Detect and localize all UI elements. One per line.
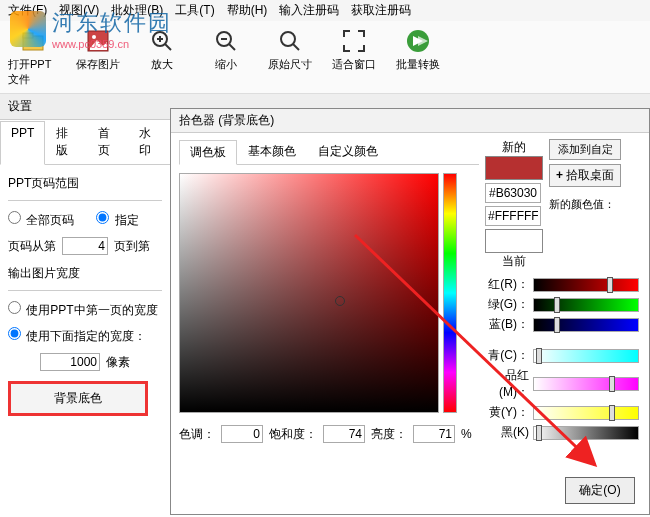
svg-point-11	[281, 32, 295, 46]
new-color-swatch	[485, 156, 543, 180]
add-to-custom-button[interactable]: 添加到自定	[549, 139, 621, 160]
watermark-text: 河东软件园	[52, 8, 172, 38]
width-unit: 像素	[106, 354, 130, 371]
black-label: 黑(K)	[485, 424, 529, 441]
watermark: 河东软件园 www.pc0359.cn	[10, 8, 172, 50]
yellow-label: 黄(Y)：	[485, 404, 529, 421]
color-gradient[interactable]	[179, 173, 439, 413]
watermark-logo-icon	[10, 11, 46, 47]
menu-help[interactable]: 帮助(H)	[227, 2, 268, 19]
hex-current-input[interactable]	[485, 206, 541, 226]
svg-line-12	[293, 44, 299, 50]
pick-screen-button[interactable]: + 拾取桌面	[549, 164, 621, 187]
cyan-slider[interactable]	[533, 349, 639, 363]
fit-window-icon	[340, 27, 368, 55]
tab-home[interactable]: 首页	[87, 120, 129, 164]
tab-ppt[interactable]: PPT	[0, 121, 45, 165]
zoom-in-label: 放大	[151, 57, 173, 72]
light-input[interactable]	[413, 425, 455, 443]
picker-tab-palette[interactable]: 调色板	[179, 140, 237, 165]
watermark-url: www.pc0359.cn	[52, 38, 172, 50]
cyan-label: 青(C)：	[485, 347, 529, 364]
red-label: 红(R)：	[485, 276, 529, 293]
current-color-swatch	[485, 229, 543, 253]
red-slider[interactable]	[533, 278, 639, 292]
blue-label: 蓝(B)：	[485, 316, 529, 333]
menu-get-reg[interactable]: 获取注册码	[351, 2, 411, 19]
new-color-label: 新的	[485, 139, 543, 156]
settings-panel: PPT 排版 首页 水印 PPT页码范围 全部页码 指定 页码从第 页到第 输出…	[0, 120, 170, 426]
green-label: 绿(G)：	[485, 296, 529, 313]
page-to-label: 页到第	[114, 238, 150, 255]
width-input[interactable]	[40, 353, 100, 371]
batch-convert-label: 批量转换	[396, 57, 440, 72]
svg-line-9	[229, 44, 235, 50]
ok-button[interactable]: 确定(O)	[565, 477, 635, 504]
fit-window-label: 适合窗口	[332, 57, 376, 72]
settings-tabs: PPT 排版 首页 水印	[0, 120, 170, 165]
current-color-label: 当前	[485, 253, 543, 270]
color-picker-title: 拾色器 (背景底色)	[171, 109, 649, 133]
menu-enter-reg[interactable]: 输入注册码	[279, 2, 339, 19]
original-size-icon	[276, 27, 304, 55]
hue-bar[interactable]	[443, 173, 457, 413]
yellow-slider[interactable]	[533, 406, 639, 420]
batch-convert-button[interactable]: 批量转换	[390, 25, 446, 89]
color-picker-dialog: 拾色器 (背景底色) 调色板 基本颜色 自定义颜色 色调： 饱和度： 亮度：	[170, 108, 650, 515]
pct-label: %	[461, 427, 472, 441]
page-from-input[interactable]	[62, 237, 108, 255]
page-range-title: PPT页码范围	[8, 175, 162, 192]
menu-tool[interactable]: 工具(T)	[175, 2, 214, 19]
zoom-out-button[interactable]: 缩小	[198, 25, 254, 89]
zoom-out-icon	[212, 27, 240, 55]
open-ppt-label: 打开PPT文件	[8, 57, 60, 87]
radio-use-specified-width[interactable]: 使用下面指定的宽度：	[8, 327, 146, 345]
radio-use-first-width[interactable]: 使用PPT中第一页的宽度	[8, 301, 158, 319]
sat-input[interactable]	[323, 425, 365, 443]
sat-label: 饱和度：	[269, 426, 317, 443]
picker-tab-basic[interactable]: 基本颜色	[237, 139, 307, 164]
magenta-slider[interactable]	[533, 377, 639, 391]
tab-watermark[interactable]: 水印	[128, 120, 170, 164]
tab-layout[interactable]: 排版	[45, 120, 87, 164]
save-image-label: 保存图片	[76, 57, 120, 72]
radio-all-pages[interactable]: 全部页码	[8, 211, 74, 229]
hue-label: 色调：	[179, 426, 215, 443]
blue-slider[interactable]	[533, 318, 639, 332]
black-slider[interactable]	[533, 426, 639, 440]
picker-tab-custom[interactable]: 自定义颜色	[307, 139, 389, 164]
fit-window-button[interactable]: 适合窗口	[326, 25, 382, 89]
background-color-button[interactable]: 背景底色	[8, 381, 148, 416]
magenta-label: 品红(M)：	[485, 367, 529, 401]
gradient-crosshair[interactable]	[335, 296, 345, 306]
new-color-value-label: 新的颜色值：	[549, 197, 621, 212]
batch-convert-icon	[404, 27, 432, 55]
zoom-out-label: 缩小	[215, 57, 237, 72]
original-size-label: 原始尺寸	[268, 57, 312, 72]
original-size-button[interactable]: 原始尺寸	[262, 25, 318, 89]
green-slider[interactable]	[533, 298, 639, 312]
radio-specify-pages[interactable]: 指定	[96, 211, 138, 229]
page-from-label: 页码从第	[8, 238, 56, 255]
light-label: 亮度：	[371, 426, 407, 443]
hex-new-input[interactable]	[485, 183, 541, 203]
hue-input[interactable]	[221, 425, 263, 443]
output-width-title: 输出图片宽度	[8, 265, 162, 282]
